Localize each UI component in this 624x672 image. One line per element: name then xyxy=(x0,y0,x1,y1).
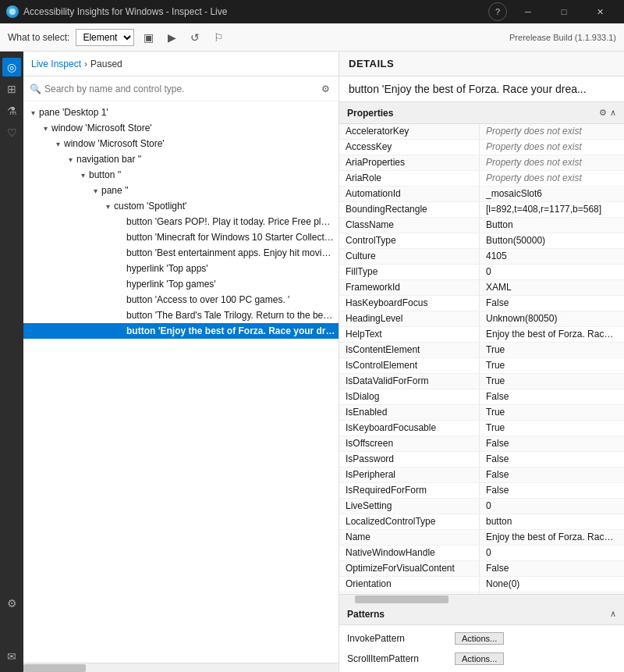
tree-expand-icon[interactable]: ▾ xyxy=(76,169,89,181)
property-row: HasKeyboardFocusFalse xyxy=(339,296,624,311)
what-to-select-label: What to select: xyxy=(8,32,69,43)
search-input[interactable] xyxy=(44,84,315,94)
left-panel-hscrollbar[interactable] xyxy=(23,663,339,672)
sidebar-icon-settings[interactable]: ⚙ xyxy=(2,594,21,613)
breadcrumb-live-inspect[interactable]: Live Inspect xyxy=(31,59,81,69)
tree-item[interactable]: button 'Enjoy the best of Forza. Race yo… xyxy=(23,323,339,339)
search-settings-button[interactable]: ⚙ xyxy=(318,82,332,96)
tree-item[interactable]: button 'The Bard's Tale Trilogy. Return … xyxy=(23,308,339,323)
refresh-button[interactable]: ↺ xyxy=(186,28,204,47)
property-row: HelpTextEnjoy the best of Forza. Race yo… xyxy=(339,327,624,343)
tree-item[interactable]: ▾pane '' xyxy=(23,183,339,198)
tree-expand-icon[interactable]: ▾ xyxy=(89,184,101,197)
tree-item[interactable]: ▾window 'Microsoft Store' xyxy=(23,136,339,151)
property-row: IsDialogFalse xyxy=(339,389,624,405)
tree-expand-icon[interactable] xyxy=(114,247,126,259)
property-row: Culture4105 xyxy=(339,249,624,265)
pattern-actions-button[interactable]: Actions... xyxy=(455,652,504,665)
property-row: AccessKeyProperty does not exist xyxy=(339,140,624,155)
details-title: DETAILS xyxy=(349,58,394,69)
tree-expand-icon[interactable] xyxy=(114,231,126,244)
property-row: LiveSetting0 xyxy=(339,499,624,514)
property-row: IsKeyboardFocusableTrue xyxy=(339,421,624,436)
patterns-section-header[interactable]: Patterns ∧ xyxy=(339,603,624,625)
property-value: Enjoy the best of Forza. Race your dream… xyxy=(480,327,624,342)
properties-section-header[interactable]: Properties ⚙ ∧ xyxy=(339,102,624,124)
tree-item-label: button 'Minecraft for Windows 10 Starter… xyxy=(126,232,335,243)
tree-item-label: window 'Microsoft Store' xyxy=(51,123,152,133)
property-row: LocalizedControlTypebutton xyxy=(339,514,624,530)
tree-expand-icon[interactable]: ▾ xyxy=(101,200,114,212)
tree-item[interactable]: ▾button '' xyxy=(23,167,339,183)
patterns-collapse-icon[interactable]: ∧ xyxy=(610,609,616,619)
property-row: ClassNameButton xyxy=(339,218,624,233)
property-value: Enjoy the best of Forza. Race your dream… xyxy=(480,530,624,545)
sidebar-icon-tree[interactable]: ⊞ xyxy=(2,80,21,98)
sidebar-icon-feedback[interactable]: ✉ xyxy=(2,647,21,666)
property-row: AcceleratorKeyProperty does not exist xyxy=(339,124,624,140)
property-value: Property does not exist xyxy=(480,124,624,139)
tree-expand-icon[interactable] xyxy=(114,325,126,337)
property-name: IsRequiredForForm xyxy=(339,483,480,498)
tree-item[interactable]: button 'Minecraft for Windows 10 Starter… xyxy=(23,229,339,245)
tree-area[interactable]: ▾pane 'Desktop 1'▾window 'Microsoft Stor… xyxy=(23,101,339,663)
properties-table[interactable]: AcceleratorKeyProperty does not existAcc… xyxy=(339,124,624,594)
property-name: AcceleratorKey xyxy=(339,124,480,139)
right-panel-hscrollbar-thumb[interactable] xyxy=(355,596,448,603)
pattern-name: InvokePattern xyxy=(347,633,448,644)
main-area: ◎ ⊞ ⚗ ♡ ⚙ ✉ Live Inspect › Paused 🔍 ⚙ ▾p… xyxy=(0,52,624,672)
minimize-button[interactable]: ─ xyxy=(510,0,546,23)
tree-expand-icon[interactable] xyxy=(114,262,126,275)
help-button[interactable]: ? xyxy=(488,2,507,21)
play-button[interactable]: ▶ xyxy=(162,28,181,47)
tree-expand-icon[interactable]: ▾ xyxy=(39,122,51,134)
left-panel-hscrollbar-thumb[interactable] xyxy=(23,664,86,672)
flag-button[interactable]: ⚐ xyxy=(209,28,228,47)
tree-item[interactable]: hyperlink 'Top apps' xyxy=(23,261,339,276)
property-name: NativeWindowHandle xyxy=(339,546,480,560)
tree-expand-icon[interactable] xyxy=(114,309,126,322)
property-name: AriaProperties xyxy=(339,155,480,170)
tree-expand-icon[interactable] xyxy=(114,215,126,228)
close-button[interactable]: ✕ xyxy=(582,0,618,23)
tree-item[interactable]: button 'Gears POP!. Play it today. Price… xyxy=(23,214,339,229)
tree-expand-icon[interactable] xyxy=(114,293,126,306)
highlight-button[interactable]: ▣ xyxy=(139,28,158,47)
property-value: Button(50000) xyxy=(480,233,624,248)
tree-item-label: custom 'Spotlight' xyxy=(114,201,186,212)
tree-item[interactable]: ▾window 'Microsoft Store' xyxy=(23,120,339,136)
property-row: BoundingRectangle[l=892,t=408,r=1177,b=5… xyxy=(339,202,624,218)
sidebar-icon-target[interactable]: ◎ xyxy=(2,58,21,76)
search-icon: 🔍 xyxy=(30,84,41,94)
tree-item[interactable]: ▾pane 'Desktop 1' xyxy=(23,105,339,120)
property-row: IsPasswordFalse xyxy=(339,452,624,468)
sidebar-icon-heart[interactable]: ♡ xyxy=(2,123,21,142)
pattern-actions-button[interactable]: Actions... xyxy=(455,632,504,645)
tree-expand-icon[interactable]: ▾ xyxy=(51,137,64,150)
tree-item[interactable]: hyperlink 'Top games' xyxy=(23,276,339,292)
element-select[interactable]: Element xyxy=(76,29,134,46)
property-row: FrameworkIdXAML xyxy=(339,280,624,296)
property-row: AutomationId_mosaicSlot6 xyxy=(339,187,624,202)
patterns-content: InvokePatternActions...ScrollItemPattern… xyxy=(339,625,624,672)
property-value: True xyxy=(480,358,624,373)
property-value: False xyxy=(480,452,624,467)
tree-item[interactable]: button 'Access to over 100 PC games. ' xyxy=(23,292,339,308)
property-name: IsKeyboardFocusable xyxy=(339,421,480,436)
properties-collapse-icon[interactable]: ∧ xyxy=(610,108,616,118)
tree-expand-icon[interactable]: ▾ xyxy=(64,153,76,165)
property-value: False xyxy=(480,296,624,311)
tree-expand-icon[interactable]: ▾ xyxy=(27,106,39,119)
tree-expand-icon[interactable] xyxy=(114,278,126,290)
properties-settings-icon[interactable]: ⚙ xyxy=(599,108,607,118)
property-row: IsOffscreenFalse xyxy=(339,436,624,452)
property-row: FillType0 xyxy=(339,265,624,280)
tree-item[interactable]: ▾custom 'Spotlight' xyxy=(23,198,339,214)
tree-item[interactable]: button 'Best entertainment apps. Enjoy h… xyxy=(23,245,339,261)
right-panel-hscrollbar[interactable] xyxy=(339,594,624,603)
window-title: Accessibility Insights for Windows - Ins… xyxy=(23,6,488,17)
tree-item[interactable]: ▾navigation bar '' xyxy=(23,151,339,167)
property-name: FrameworkId xyxy=(339,280,480,295)
sidebar-icon-flask[interactable]: ⚗ xyxy=(2,101,21,120)
maximize-button[interactable]: □ xyxy=(546,0,582,23)
